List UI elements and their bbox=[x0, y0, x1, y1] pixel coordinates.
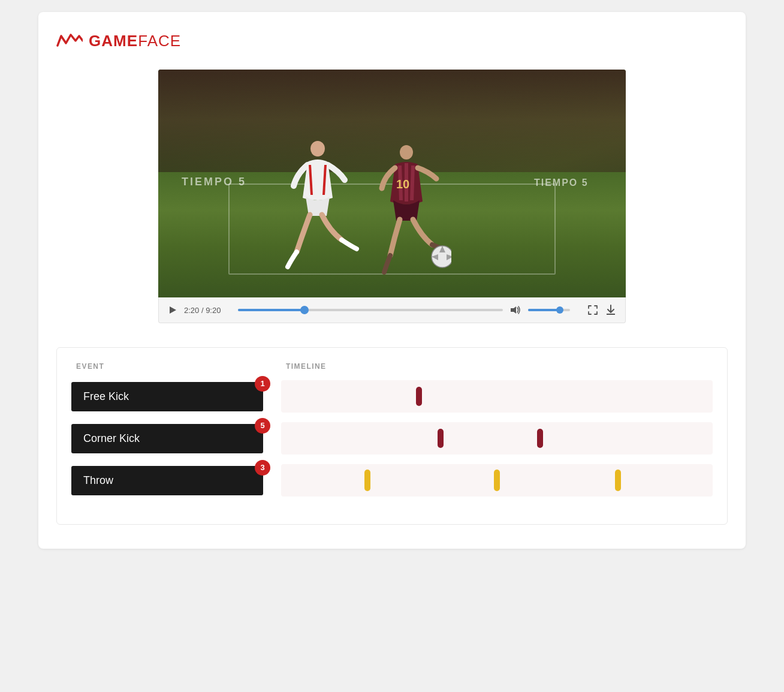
play-button[interactable] bbox=[167, 305, 178, 315]
free-kick-marker-1 bbox=[416, 387, 422, 406]
header: GAMEFACE bbox=[56, 30, 728, 52]
volume-fill bbox=[528, 309, 560, 311]
corner-kick-timeline[interactable] bbox=[281, 422, 713, 455]
progress-bar[interactable] bbox=[238, 309, 503, 311]
throw-label[interactable]: Throw bbox=[71, 466, 263, 495]
events-panel: EVENT TIMELINE Free Kick 1 Corner Kick 5 bbox=[56, 347, 728, 525]
svg-marker-5 bbox=[511, 306, 516, 314]
video-controls: 2:20 / 9:20 bbox=[158, 297, 626, 323]
progress-thumb bbox=[300, 306, 309, 314]
download-button[interactable] bbox=[605, 303, 617, 317]
corner-kick-marker-1 bbox=[438, 429, 444, 448]
event-row-corner-kick: Corner Kick 5 bbox=[71, 422, 713, 455]
svg-point-1 bbox=[400, 145, 413, 160]
table-header: EVENT TIMELINE bbox=[71, 362, 713, 371]
svg-text:10: 10 bbox=[396, 177, 409, 191]
free-kick-badge: 1 bbox=[255, 376, 270, 392]
video-player: TIEMPO 5 TIEMPO 5 bbox=[158, 70, 626, 323]
free-kick-label[interactable]: Free Kick bbox=[71, 382, 263, 411]
svg-point-0 bbox=[310, 141, 325, 157]
volume-button[interactable] bbox=[509, 305, 522, 315]
corner-kick-badge: 5 bbox=[255, 418, 270, 434]
free-kick-label-cell: Free Kick 1 bbox=[71, 382, 281, 411]
volume-bar[interactable] bbox=[528, 309, 570, 311]
player-white-svg bbox=[285, 138, 369, 270]
logo-text: GAMEFACE bbox=[89, 32, 181, 50]
throw-badge: 3 bbox=[255, 460, 270, 476]
time-display: 2:20 / 9:20 bbox=[184, 306, 232, 315]
event-row-throw: Throw 3 bbox=[71, 464, 713, 497]
svg-marker-4 bbox=[170, 306, 176, 314]
throw-label-cell: Throw 3 bbox=[71, 466, 281, 495]
corner-kick-label-cell: Corner Kick 5 bbox=[71, 424, 281, 453]
sponsor-left: TIEMPO 5 bbox=[182, 176, 246, 188]
corner-kick-label[interactable]: Corner Kick bbox=[71, 424, 263, 453]
fullscreen-button[interactable] bbox=[587, 304, 599, 316]
col-timeline-header: TIMELINE bbox=[286, 362, 708, 371]
free-kick-timeline[interactable] bbox=[281, 380, 713, 413]
throw-marker-1 bbox=[364, 470, 370, 491]
volume-thumb bbox=[556, 306, 563, 314]
throw-marker-2 bbox=[494, 470, 500, 491]
progress-fill bbox=[238, 309, 304, 311]
player-dark-svg: 10 bbox=[373, 142, 451, 279]
throw-marker-3 bbox=[615, 470, 621, 491]
video-screen: TIEMPO 5 TIEMPO 5 bbox=[158, 70, 626, 297]
event-row-free-kick: Free Kick 1 bbox=[71, 380, 713, 413]
sponsor-right: TIEMPO 5 bbox=[534, 177, 589, 188]
throw-timeline[interactable] bbox=[281, 464, 713, 497]
col-event-header: EVENT bbox=[76, 362, 286, 371]
corner-kick-marker-2 bbox=[537, 429, 543, 448]
gameface-logo-icon bbox=[56, 30, 83, 52]
page-container: GAMEFACE TIEMPO 5 TIEMPO 5 bbox=[38, 12, 746, 549]
